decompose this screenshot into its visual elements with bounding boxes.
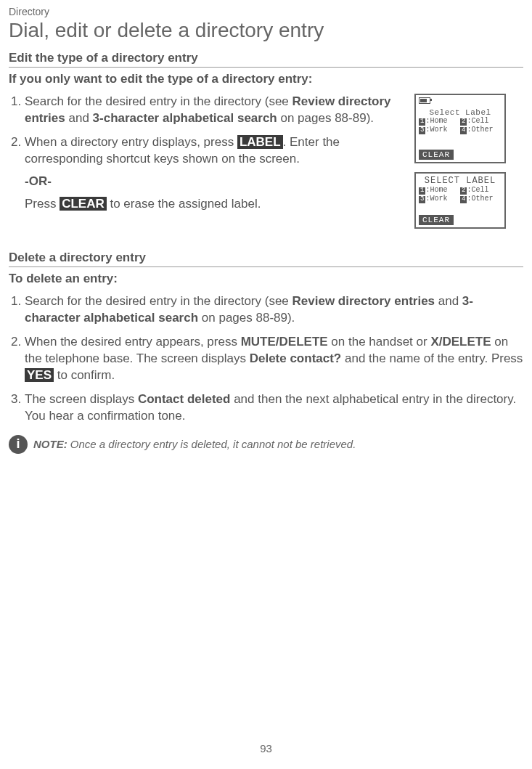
opt-num: 3 — [419, 196, 425, 203]
opt-num: 4 — [460, 196, 467, 203]
text: on pages 88-89). — [277, 111, 374, 125]
mute-delete-key: MUTE/DELETE — [241, 335, 328, 349]
opt-num: 1 — [419, 187, 425, 195]
lcd-screen-handset: Select Label 1:Home 2:Cell 3:Work 4:Othe… — [414, 94, 506, 163]
breadcrumb: Directory — [9, 6, 523, 17]
note-label: NOTE: — [33, 438, 67, 450]
text: and the name of the entry. Press — [341, 351, 523, 365]
opt-num: 4 — [460, 127, 467, 134]
delete-step-2: When the desired entry appears, press MU… — [25, 334, 523, 384]
edit-subheading: If you only want to edit the type of a d… — [9, 72, 523, 86]
opt-text: :Home — [425, 186, 447, 194]
lcd-title: Select Label — [419, 108, 502, 117]
clear-key: CLEAR — [60, 197, 107, 211]
lcd-options: 1:Home 2:Cell 3:Work 4:Other — [419, 117, 502, 134]
contact-deleted-msg: Contact deleted — [138, 392, 231, 406]
label-key: LABEL — [237, 135, 283, 149]
info-icon: i — [9, 435, 28, 454]
page-title: Dial, edit or delete a directory entry — [9, 19, 523, 42]
text: to confirm. — [54, 368, 115, 382]
yes-key: YES — [25, 368, 54, 382]
delete-subheading: To delete an entry: — [9, 272, 523, 286]
note-row: i NOTE: Once a directory entry is delete… — [9, 435, 523, 454]
opt-text: :Cell — [467, 186, 488, 194]
text: on the handset or — [328, 335, 431, 349]
text: to erase the assigned label. — [107, 197, 261, 211]
alpha-search-ref: 3-character alphabetical search — [93, 111, 277, 125]
delete-contact-prompt: Delete contact? — [250, 351, 342, 365]
opt-num: 3 — [419, 127, 425, 134]
opt-num: 2 — [460, 187, 467, 195]
text: When a directory entry displays, press — [25, 135, 237, 149]
opt-num: 1 — [419, 118, 425, 126]
edit-section-heading: Edit the type of a directory entry — [9, 51, 523, 68]
delete-steps-list: Search for the desired entry in the dire… — [9, 293, 523, 425]
text: Search for the desired entry in the dire… — [25, 294, 292, 308]
opt-text: :Work — [425, 195, 447, 203]
edit-steps-list: Search for the desired entry in the dire… — [9, 94, 406, 213]
delete-step-1: Search for the desired entry in the dire… — [25, 293, 523, 327]
battery-icon — [419, 97, 430, 104]
text: and — [435, 294, 462, 308]
edit-alt-step: Press CLEAR to erase the assigned label. — [25, 196, 406, 213]
text: Search for the desired entry in the dire… — [25, 94, 292, 108]
delete-step-3: The screen displays Contact deleted and … — [25, 391, 523, 425]
lcd-softkey: CLEAR — [419, 215, 454, 225]
review-entries-ref: Review directory entries — [292, 294, 435, 308]
delete-section-heading: Delete a directory entry — [9, 251, 523, 267]
or-separator: -OR- — [25, 174, 406, 190]
text: Press — [25, 197, 60, 211]
opt-text: :Other — [467, 126, 493, 134]
x-delete-key: X/DELETE — [430, 335, 491, 349]
lcd-screen-base: SELECT LABEL 1:Home 2:Cell 3:Work 4:Othe… — [414, 172, 506, 229]
lcd-title: SELECT LABEL — [419, 176, 502, 186]
lcd-options: 1:Home 2:Cell 3:Work 4:Other — [419, 186, 502, 203]
text: and — [65, 111, 93, 125]
lcd-softkey: CLEAR — [419, 150, 454, 160]
text: The screen displays — [25, 392, 138, 406]
opt-text: :Cell — [467, 117, 488, 125]
opt-num: 2 — [460, 118, 467, 126]
edit-step-1: Search for the desired entry in the dire… — [25, 94, 406, 127]
text: on pages 88-89). — [198, 311, 295, 325]
page-number: 93 — [0, 742, 532, 754]
opt-text: :Home — [425, 117, 447, 125]
note-text: Once a directory entry is deleted, it ca… — [67, 438, 356, 450]
opt-text: :Work — [425, 126, 447, 134]
opt-text: :Other — [467, 195, 493, 203]
edit-step-2: When a directory entry displays, press L… — [25, 134, 406, 213]
text: When the desired entry appears, press — [25, 335, 241, 349]
